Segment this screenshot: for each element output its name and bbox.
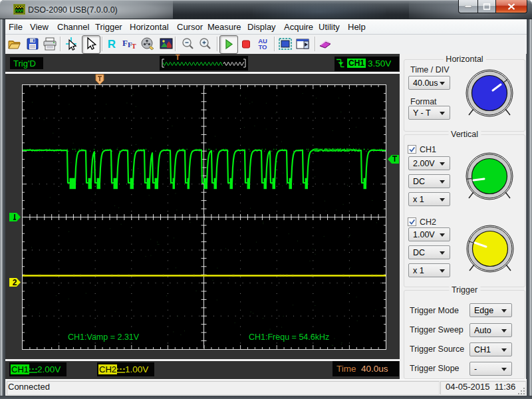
svg-text:T: T [132, 43, 136, 50]
svg-text:TO: TO [258, 43, 267, 51]
svg-text:R: R [108, 38, 116, 51]
svg-text:CH1:Vamp = 2.31V: CH1:Vamp = 2.31V [68, 332, 140, 342]
svg-text:F: F [122, 38, 128, 48]
svg-text:2: 2 [13, 278, 17, 287]
svg-text:CH1:Frequ = 54.6kHz: CH1:Frequ = 54.6kHz [249, 332, 329, 342]
